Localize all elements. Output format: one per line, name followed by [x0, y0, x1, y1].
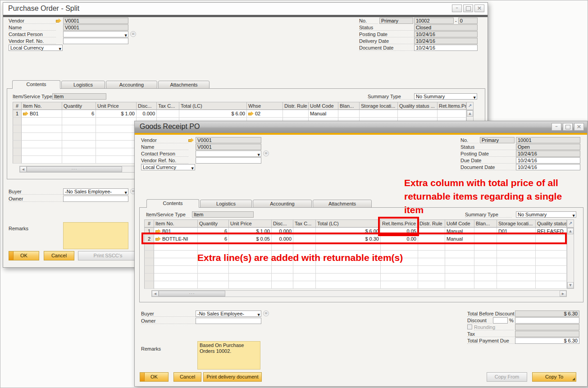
po-titlebar[interactable]: Purchase Order - Split — [3, 3, 488, 15]
tab-logistics[interactable]: Logistics — [200, 200, 252, 208]
cancel-button[interactable]: Cancel — [173, 372, 201, 382]
docnum-field[interactable]: 10001 — [516, 137, 580, 143]
vendor-field[interactable]: V0001 — [63, 18, 128, 24]
scroll-right-icon[interactable] — [560, 291, 566, 297]
col-header[interactable]: Total (LC) — [179, 102, 247, 110]
scroll-up-icon[interactable] — [567, 228, 574, 234]
series-field[interactable]: Primary — [379, 18, 413, 24]
tab-attachments[interactable]: Attachments — [313, 200, 372, 208]
col-header[interactable]: Unit Price — [96, 102, 137, 110]
col-header[interactable]: # — [13, 102, 22, 110]
print-delivery-document-button[interactable]: Print delivery document — [203, 372, 262, 382]
scroll-left-icon[interactable] — [20, 166, 27, 172]
choose-from-list-icon[interactable] — [130, 31, 136, 37]
remarks-textarea[interactable]: Based On Purchase Orders 10002. — [197, 341, 260, 370]
posting-date-field[interactable]: 10/24/16 — [414, 31, 478, 37]
col-header[interactable]: Quality status... — [536, 219, 567, 228]
contact-person-dropdown[interactable] — [63, 31, 128, 37]
vendor-ref-field[interactable] — [63, 38, 128, 44]
col-header[interactable]: Item No. — [22, 102, 62, 110]
maximize-icon[interactable] — [463, 5, 473, 12]
col-header[interactable]: Distr. Rule — [418, 219, 445, 228]
item-service-type-field[interactable]: Item — [192, 211, 254, 218]
item-service-type-field[interactable]: Item — [52, 93, 106, 100]
expand-table-icon[interactable] — [567, 219, 574, 228]
buyer-dropdown[interactable]: -No Sales Employee- — [63, 188, 128, 195]
col-header[interactable]: Item No. — [154, 219, 198, 228]
table-row[interactable]: 1 B01 6 $ 1.00 0.000 $ 6.00 02 Manual — [13, 110, 466, 118]
col-header[interactable]: Storage locati... — [360, 102, 398, 110]
col-header[interactable]: Blan... — [338, 102, 360, 110]
contact-person-dropdown[interactable] — [196, 151, 261, 157]
grpo-titlebar[interactable]: Goods Receipt PO — [135, 121, 587, 133]
currency-dropdown[interactable]: Local Currency — [9, 45, 63, 51]
col-header[interactable]: Whse — [247, 102, 283, 110]
col-header[interactable]: Quantity — [62, 102, 96, 110]
document-date-field[interactable]: 10/24/16 — [414, 45, 478, 51]
vendor-field[interactable]: V0001 — [196, 137, 261, 143]
discount-amount-field[interactable] — [515, 317, 579, 324]
col-header[interactable]: Unit Price — [229, 219, 272, 228]
series-field[interactable]: Primary — [480, 137, 515, 143]
owner-field[interactable] — [63, 196, 128, 202]
tab-contents[interactable]: Contents — [146, 199, 199, 208]
scroll-left-icon[interactable] — [152, 291, 159, 297]
minimize-icon[interactable] — [452, 5, 462, 12]
docnum-field[interactable]: 10002 — [414, 18, 454, 24]
col-header[interactable]: Total (LC) — [316, 219, 381, 228]
col-header[interactable]: Blan... — [474, 219, 497, 228]
col-header[interactable]: Quantity — [198, 219, 229, 228]
currency-dropdown[interactable]: Local Currency — [141, 164, 195, 170]
name-field[interactable]: V0001 — [63, 24, 128, 31]
expand-table-icon[interactable] — [466, 102, 474, 110]
minimize-icon[interactable] — [552, 123, 561, 131]
col-header[interactable]: Distr. Rule — [283, 102, 309, 110]
tab-logistics[interactable]: Logistics — [61, 81, 105, 89]
ok-button[interactable]: OK — [9, 251, 39, 260]
scrollbar-thumb[interactable] — [159, 291, 225, 297]
scroll-up-icon[interactable] — [467, 110, 473, 117]
docnum-suffix-field[interactable]: 0 — [458, 18, 478, 24]
tab-accounting[interactable]: Accounting — [253, 200, 312, 208]
link-arrow-icon[interactable] — [188, 138, 194, 142]
discount-percent-field[interactable] — [493, 317, 508, 324]
choose-from-list-icon[interactable] — [263, 310, 269, 316]
cancel-button[interactable]: Cancel — [44, 251, 74, 260]
buyer-dropdown[interactable]: -No Sales Employee- — [196, 310, 261, 317]
col-header[interactable]: Tax C... — [157, 102, 179, 110]
scroll-down-icon[interactable] — [567, 282, 574, 288]
document-date-field[interactable]: 10/24/16 — [516, 164, 580, 170]
link-arrow-icon[interactable] — [248, 111, 254, 116]
name-field[interactable]: V0001 — [196, 144, 261, 150]
tab-accounting[interactable]: Accounting — [106, 81, 157, 89]
table-row[interactable] — [144, 281, 567, 289]
table-row[interactable] — [144, 274, 567, 281]
remarks-textarea[interactable] — [63, 222, 128, 249]
col-header[interactable]: Tax C... — [293, 219, 316, 228]
print-ssccs-button[interactable]: Print SSCC's — [78, 251, 138, 260]
vertical-scrollbar[interactable] — [567, 228, 574, 289]
col-header[interactable]: Disc... — [137, 102, 157, 110]
scrollbar-thumb[interactable] — [27, 166, 122, 172]
vendor-ref-field[interactable] — [196, 157, 261, 164]
close-icon[interactable] — [474, 5, 484, 12]
link-arrow-icon[interactable] — [23, 111, 28, 116]
col-header[interactable]: UoM Code — [445, 219, 474, 228]
maximize-icon[interactable] — [563, 123, 573, 131]
col-header[interactable]: Ret.Items.Price — [438, 102, 466, 110]
tab-attachments[interactable]: Attachments — [158, 81, 210, 89]
col-header[interactable]: UoM Code — [309, 102, 338, 110]
table-row[interactable] — [144, 266, 567, 274]
horizontal-scrollbar[interactable] — [151, 290, 567, 297]
col-header[interactable]: Disc... — [272, 219, 293, 228]
rounding-checkbox[interactable] — [467, 324, 472, 329]
col-header[interactable]: # — [144, 219, 154, 228]
copy-from-button[interactable]: Copy From — [487, 372, 527, 382]
owner-field[interactable] — [196, 318, 261, 324]
link-arrow-icon[interactable] — [56, 18, 61, 23]
col-header[interactable]: Storage locati... — [497, 219, 536, 228]
close-icon[interactable] — [574, 123, 584, 131]
copy-to-button[interactable]: Copy To — [532, 372, 576, 382]
due-date-field[interactable]: 10/24/16 — [516, 157, 580, 164]
summary-type-dropdown[interactable]: No Summary — [414, 93, 477, 100]
